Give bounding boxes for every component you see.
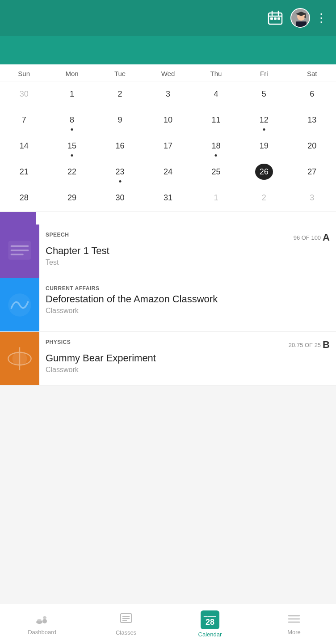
cal-day-27-r3[interactable]: 27: [288, 159, 336, 185]
more-icon: [288, 613, 300, 627]
event-score-letter-2: B: [323, 339, 330, 351]
event-score-text-2: 20.75 OF 25: [289, 342, 321, 348]
cal-day-26-r3[interactable]: 26: [240, 159, 288, 185]
event-item-1[interactable]: CURRENT AFFAIRS Deforestation of the Ama…: [0, 278, 336, 332]
cal-day-1-r4[interactable]: 1: [192, 185, 240, 211]
svg-point-22: [37, 619, 42, 621]
cal-day-14-r2[interactable]: 14: [0, 133, 48, 159]
event-thumbnail-0: [0, 225, 39, 278]
cal-day-15-r2[interactable]: 15: [48, 133, 96, 159]
cal-day-3-r4[interactable]: 3: [288, 185, 336, 211]
classes-label: Classes: [116, 629, 136, 636]
svg-rect-5: [274, 17, 277, 20]
dashboard-icon: [36, 613, 48, 627]
cal-day-24-r3[interactable]: 24: [144, 159, 192, 185]
calendar-label: Calendar: [198, 631, 222, 638]
classes-icon: [120, 613, 132, 627]
calendar-badge: ▬▬▬ 28: [201, 610, 219, 629]
cal-day-7-r1[interactable]: 7: [0, 107, 48, 133]
cal-day-28-r4[interactable]: 28: [0, 185, 48, 211]
cal-day-2-r4[interactable]: 2: [240, 185, 288, 211]
cal-day-19-r2[interactable]: 19: [240, 133, 288, 159]
day-header-sat: Sat: [288, 64, 336, 81]
cal-day-11-r1[interactable]: 11: [192, 107, 240, 133]
calendar-view-icon[interactable]: [265, 8, 285, 28]
cal-day-23-r3[interactable]: 23: [96, 159, 144, 185]
more-label: More: [287, 629, 301, 636]
nav-calendar[interactable]: ▬▬▬ 28 Calendar: [168, 610, 252, 638]
event-type-1: Classwork: [46, 307, 330, 315]
event-subject-1: CURRENT AFFAIRS: [46, 285, 99, 292]
day-header-thu: Thu: [192, 64, 240, 81]
event-thumbnail-1: [0, 278, 39, 331]
cal-day-5[interactable]: 5: [240, 81, 288, 107]
calendar-grid: 3012345678910111213141516171819202122232…: [0, 81, 336, 211]
event-subject-0: SPEECH: [46, 232, 69, 238]
cal-day-25-r3[interactable]: 25: [192, 159, 240, 185]
event-subject-2: PHYSICS: [46, 339, 71, 345]
cal-day-8-r1[interactable]: 8: [48, 107, 96, 133]
cal-day-30-r4[interactable]: 30: [96, 185, 144, 211]
cal-day-4[interactable]: 4: [192, 81, 240, 107]
nav-classes[interactable]: Classes: [84, 613, 168, 636]
cal-day-3[interactable]: 3: [144, 81, 192, 107]
event-body-0: SPEECH 96 OF 100A Chapter 1 Test Test: [39, 225, 336, 278]
cal-day-9-r1[interactable]: 9: [96, 107, 144, 133]
user-avatar[interactable]: [290, 8, 310, 28]
cal-day-20-r2[interactable]: 20: [288, 133, 336, 159]
purple-strip-decoration: [0, 212, 36, 225]
dashboard-label: Dashboard: [28, 629, 56, 636]
cal-day-10-r1[interactable]: 10: [144, 107, 192, 133]
bottom-navigation: Dashboard Classes ▬▬▬ 28 Calendar: [0, 604, 336, 644]
cal-day-31-r4[interactable]: 31: [144, 185, 192, 211]
day-header-sun: Sun: [0, 64, 48, 81]
nav-dashboard[interactable]: Dashboard: [0, 613, 84, 636]
event-list: SPEECH 96 OF 100A Chapter 1 Test Test CU…: [0, 212, 336, 386]
event-thumbnail-2: [0, 332, 39, 385]
nav-more[interactable]: More: [252, 613, 336, 636]
day-header-fri: Fri: [240, 64, 288, 81]
day-header-wed: Wed: [144, 64, 192, 81]
event-title-1: Deforestation of the Amazon Classwork: [46, 293, 330, 305]
cal-day-22-r3[interactable]: 22: [48, 159, 96, 185]
svg-rect-6: [277, 17, 280, 20]
event-item-0[interactable]: SPEECH 96 OF 100A Chapter 1 Test Test: [0, 225, 336, 278]
event-type-0: Test: [46, 258, 330, 267]
event-item-2[interactable]: PHYSICS 20.75 OF 25B Gummy Bear Experime…: [0, 332, 336, 386]
svg-rect-4: [270, 17, 273, 20]
day-header-tue: Tue: [96, 64, 144, 81]
cal-day-16-r2[interactable]: 16: [96, 133, 144, 159]
cal-day-18-r2[interactable]: 18: [192, 133, 240, 159]
cal-day-2[interactable]: 2: [96, 81, 144, 107]
event-score-letter-0: A: [323, 232, 330, 243]
cal-day-13-r1[interactable]: 13: [288, 107, 336, 133]
svg-point-23: [42, 619, 47, 623]
cal-day-1[interactable]: 1: [48, 81, 96, 107]
cal-day-30[interactable]: 30: [0, 81, 48, 107]
event-title-0: Chapter 1 Test: [46, 245, 330, 257]
header-icons: ⋮: [265, 8, 327, 28]
event-body-2: PHYSICS 20.75 OF 25B Gummy Bear Experime…: [39, 332, 336, 385]
event-score-text-0: 96 OF 100: [294, 234, 321, 241]
event-body-1: CURRENT AFFAIRS Deforestation of the Ama…: [39, 278, 336, 331]
svg-point-12: [304, 16, 306, 18]
event-type-2: Classwork: [46, 366, 330, 374]
event-title-2: Gummy Bear Experiment: [46, 352, 330, 364]
month-navigation: [0, 36, 336, 64]
more-options-icon[interactable]: ⋮: [315, 11, 327, 25]
day-header-mon: Mon: [48, 64, 96, 81]
calendar-grid-section: Sun Mon Tue Wed Thu Fri Sat 301234567891…: [0, 64, 336, 211]
cal-day-29-r4[interactable]: 29: [48, 185, 96, 211]
cal-day-6[interactable]: 6: [288, 81, 336, 107]
svg-point-24: [43, 616, 46, 619]
day-headers-row: Sun Mon Tue Wed Thu Fri Sat: [0, 64, 336, 81]
cal-day-17-r2[interactable]: 17: [144, 133, 192, 159]
svg-rect-9: [296, 21, 307, 28]
cal-day-12-r1[interactable]: 12: [240, 107, 288, 133]
app-header: ⋮: [0, 0, 336, 36]
cal-day-21-r3[interactable]: 21: [0, 159, 48, 185]
